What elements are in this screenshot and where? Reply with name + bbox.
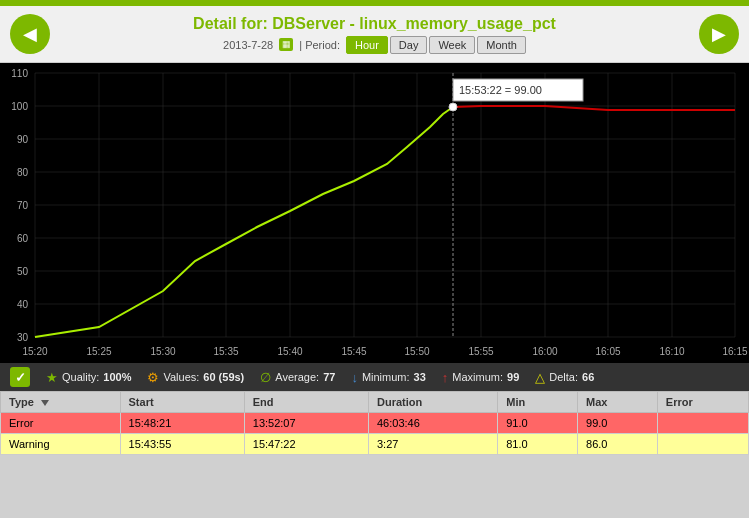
status-ok-icon: ✓ — [10, 367, 30, 387]
title-prefix: Detail for: — [193, 15, 268, 32]
col-error[interactable]: Error — [657, 392, 748, 413]
svg-text:15:25: 15:25 — [86, 346, 111, 357]
table-row: Error15:48:2113:52:0746:03:4691.099.0 — [1, 413, 749, 434]
cell-max: 86.0 — [578, 434, 658, 455]
quality-item: ★ Quality: 100% — [46, 370, 131, 385]
cell-error — [657, 434, 748, 455]
svg-text:15:45: 15:45 — [341, 346, 366, 357]
period-month-button[interactable]: Month — [477, 36, 526, 54]
values-value: 60 (59s) — [203, 371, 244, 383]
calendar-icon: ▦ — [279, 38, 293, 51]
col-max[interactable]: Max — [578, 392, 658, 413]
quality-value: 100% — [103, 371, 131, 383]
svg-text:16:15: 16:15 — [722, 346, 747, 357]
avg-icon: ∅ — [260, 370, 271, 385]
values-label: Values: — [163, 371, 199, 383]
next-button[interactable]: ▶ — [699, 14, 739, 54]
cell-duration: 3:27 — [369, 434, 498, 455]
col-type[interactable]: Type — [1, 392, 121, 413]
svg-text:16:10: 16:10 — [659, 346, 684, 357]
sort-arrow-icon — [41, 400, 49, 406]
cell-type: Error — [1, 413, 121, 434]
svg-text:30: 30 — [17, 332, 29, 343]
table-header-row: Type Start End Duration Min Max Error — [1, 392, 749, 413]
maximum-value: 99 — [507, 371, 519, 383]
svg-text:70: 70 — [17, 200, 29, 211]
date-display: 2013-7-28 — [223, 39, 273, 51]
svg-text:90: 90 — [17, 134, 29, 145]
col-duration[interactable]: Duration — [369, 392, 498, 413]
cell-type: Warning — [1, 434, 121, 455]
svg-text:15:30: 15:30 — [150, 346, 175, 357]
svg-point-46 — [449, 103, 457, 111]
cell-max: 99.0 — [578, 413, 658, 434]
average-item: ∅ Average: 77 — [260, 370, 335, 385]
svg-text:15:55: 15:55 — [468, 346, 493, 357]
delta-label: Delta: — [549, 371, 578, 383]
col-end[interactable]: End — [244, 392, 368, 413]
svg-rect-0 — [0, 63, 749, 363]
table-body: Error15:48:2113:52:0746:03:4691.099.0War… — [1, 413, 749, 455]
gear-icon: ⚙ — [147, 370, 159, 385]
delta-item: △ Delta: 66 — [535, 370, 594, 385]
minimum-label: Minimum: — [362, 371, 410, 383]
cell-start: 15:43:55 — [120, 434, 244, 455]
cell-end: 13:52:07 — [244, 413, 368, 434]
maximum-label: Maximum: — [452, 371, 503, 383]
delta-value: 66 — [582, 371, 594, 383]
average-value: 77 — [323, 371, 335, 383]
period-day-button[interactable]: Day — [390, 36, 428, 54]
delta-icon: △ — [535, 370, 545, 385]
period-hour-button[interactable]: Hour — [346, 36, 388, 54]
maximum-item: ↑ Maximum: 99 — [442, 370, 519, 385]
chart-svg: 110 100 90 80 70 60 50 40 30 15:20 15:25… — [0, 63, 749, 363]
svg-text:15:50: 15:50 — [404, 346, 429, 357]
svg-text:100: 100 — [11, 101, 28, 112]
title-main: DBServer - linux_memory_usage_pct — [272, 15, 556, 32]
cell-duration: 46:03:46 — [369, 413, 498, 434]
down-icon: ↓ — [351, 370, 358, 385]
cell-min: 81.0 — [498, 434, 578, 455]
cell-start: 15:48:21 — [120, 413, 244, 434]
header-center: Detail for: DBServer - linux_memory_usag… — [50, 15, 699, 54]
header-subtitle: 2013-7-28 ▦ | Period: Hour Day Week Mont… — [50, 36, 699, 54]
status-bar: ✓ ★ Quality: 100% ⚙ Values: 60 (59s) ∅ A… — [0, 363, 749, 391]
average-label: Average: — [275, 371, 319, 383]
col-start[interactable]: Start — [120, 392, 244, 413]
table-row: Warning15:43:5515:47:223:2781.086.0 — [1, 434, 749, 455]
star-icon: ★ — [46, 370, 58, 385]
minimum-item: ↓ Minimum: 33 — [351, 370, 425, 385]
svg-text:16:05: 16:05 — [595, 346, 620, 357]
chart-area: 110 100 90 80 70 60 50 40 30 15:20 15:25… — [0, 63, 749, 363]
svg-text:40: 40 — [17, 299, 29, 310]
up-icon: ↑ — [442, 370, 449, 385]
period-buttons: Hour Day Week Month — [346, 36, 526, 54]
period-week-button[interactable]: Week — [429, 36, 475, 54]
cell-min: 91.0 — [498, 413, 578, 434]
page-header: ◀ Detail for: DBServer - linux_memory_us… — [0, 6, 749, 63]
svg-text:16:00: 16:00 — [532, 346, 557, 357]
period-label: | Period: — [299, 39, 340, 51]
page-title: Detail for: DBServer - linux_memory_usag… — [50, 15, 699, 33]
svg-text:15:40: 15:40 — [277, 346, 302, 357]
cell-error — [657, 413, 748, 434]
svg-text:15:53:22 = 99.00: 15:53:22 = 99.00 — [459, 84, 542, 96]
svg-text:60: 60 — [17, 233, 29, 244]
svg-text:110: 110 — [11, 68, 28, 79]
svg-text:50: 50 — [17, 266, 29, 277]
svg-text:15:20: 15:20 — [22, 346, 47, 357]
values-item: ⚙ Values: 60 (59s) — [147, 370, 244, 385]
svg-text:80: 80 — [17, 167, 29, 178]
quality-label: Quality: — [62, 371, 99, 383]
minimum-value: 33 — [414, 371, 426, 383]
cell-end: 15:47:22 — [244, 434, 368, 455]
svg-text:15:35: 15:35 — [213, 346, 238, 357]
col-min[interactable]: Min — [498, 392, 578, 413]
prev-button[interactable]: ◀ — [10, 14, 50, 54]
events-table: Type Start End Duration Min Max Error E — [0, 391, 749, 455]
